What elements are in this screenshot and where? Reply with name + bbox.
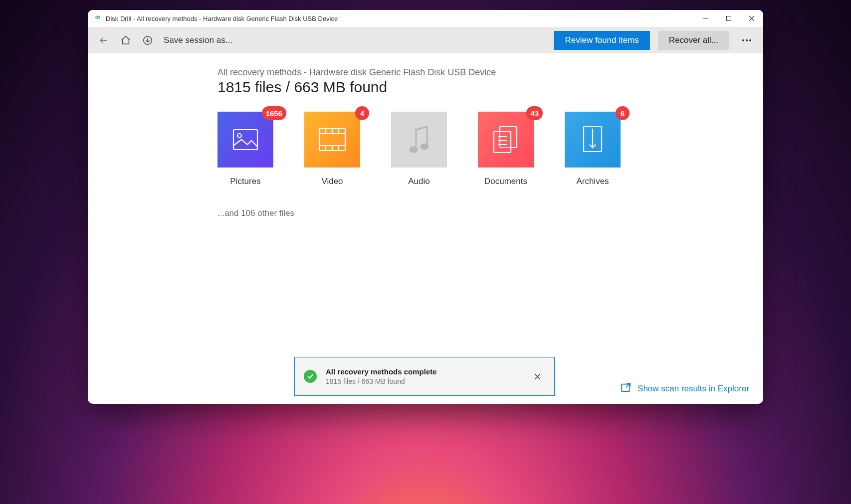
archives-badge: 6 bbox=[616, 106, 630, 120]
svg-rect-14 bbox=[217, 112, 273, 168]
show-in-explorer-label: Show scan results in Explorer bbox=[638, 384, 749, 394]
other-files-text[interactable]: ...and 106 other files bbox=[217, 208, 763, 218]
completion-notification: All recovery methods complete 1815 files… bbox=[294, 357, 555, 396]
svg-rect-17 bbox=[304, 112, 360, 168]
archives-tile: 6 bbox=[565, 112, 621, 168]
category-documents[interactable]: 43 Documents bbox=[478, 112, 534, 186]
notification-subtitle: 1815 files / 663 MB found bbox=[326, 377, 530, 387]
svg-rect-1 bbox=[95, 16, 100, 18]
svg-point-32 bbox=[421, 144, 428, 149]
titlebar: Disk Drill - All recovery methods - Hard… bbox=[88, 10, 763, 27]
minimize-button[interactable] bbox=[694, 10, 717, 27]
notification-close-button[interactable] bbox=[530, 369, 544, 383]
documents-tile: 43 bbox=[478, 112, 534, 168]
svg-point-11 bbox=[742, 39, 744, 41]
recover-all-button[interactable]: Recover all... bbox=[658, 31, 729, 50]
svg-point-13 bbox=[749, 39, 751, 41]
video-badge: 4 bbox=[355, 106, 369, 120]
category-audio[interactable]: Audio bbox=[391, 112, 447, 186]
check-icon bbox=[304, 370, 317, 383]
more-button[interactable] bbox=[736, 30, 757, 50]
archives-label: Archives bbox=[565, 176, 621, 186]
audio-label: Audio bbox=[391, 176, 447, 186]
content-area: All recovery methods - Hardware disk Gen… bbox=[88, 53, 763, 404]
svg-point-2 bbox=[96, 17, 97, 18]
documents-badge: 43 bbox=[526, 106, 543, 120]
svg-point-3 bbox=[98, 17, 99, 18]
category-video[interactable]: 4 Video bbox=[304, 112, 360, 186]
back-button[interactable] bbox=[94, 30, 114, 50]
maximize-button[interactable] bbox=[717, 10, 740, 27]
video-tile: 4 bbox=[304, 112, 360, 168]
notification-body: All recovery methods complete 1815 files… bbox=[326, 366, 530, 387]
results-headline: 1815 files / 663 MB found bbox=[217, 79, 763, 96]
review-found-items-button[interactable]: Review found items bbox=[554, 31, 649, 50]
save-session-icon[interactable] bbox=[138, 30, 158, 50]
show-in-explorer-link[interactable]: Show scan results in Explorer bbox=[621, 382, 749, 395]
app-icon bbox=[94, 14, 102, 22]
notification-title: All recovery methods complete bbox=[326, 366, 530, 377]
save-session-label[interactable]: Save session as... bbox=[164, 35, 232, 45]
svg-point-31 bbox=[410, 147, 417, 152]
audio-tile bbox=[391, 112, 447, 168]
pictures-tile: 1656 bbox=[217, 112, 273, 168]
app-window: Disk Drill - All recovery methods - Hard… bbox=[88, 10, 763, 404]
category-grid: 1656 Pictures 4 Video Audio bbox=[217, 112, 763, 186]
home-button[interactable] bbox=[116, 30, 136, 50]
svg-rect-27 bbox=[391, 112, 447, 168]
svg-rect-35 bbox=[494, 132, 511, 153]
breadcrumb: All recovery methods - Hardware disk Gen… bbox=[217, 67, 763, 78]
pictures-badge: 1656 bbox=[262, 106, 286, 120]
category-pictures[interactable]: 1656 Pictures bbox=[217, 112, 273, 186]
toolbar: Save session as... Review found items Re… bbox=[88, 27, 763, 53]
svg-rect-5 bbox=[727, 16, 731, 21]
documents-label: Documents bbox=[478, 176, 534, 186]
close-button[interactable] bbox=[740, 10, 763, 27]
svg-point-12 bbox=[746, 39, 748, 41]
window-controls bbox=[694, 10, 763, 27]
category-archives[interactable]: 6 Archives bbox=[565, 112, 621, 186]
window-title: Disk Drill - All recovery methods - Hard… bbox=[106, 15, 338, 22]
pictures-label: Pictures bbox=[217, 176, 273, 186]
open-folder-icon bbox=[621, 382, 632, 395]
video-label: Video bbox=[304, 176, 360, 186]
